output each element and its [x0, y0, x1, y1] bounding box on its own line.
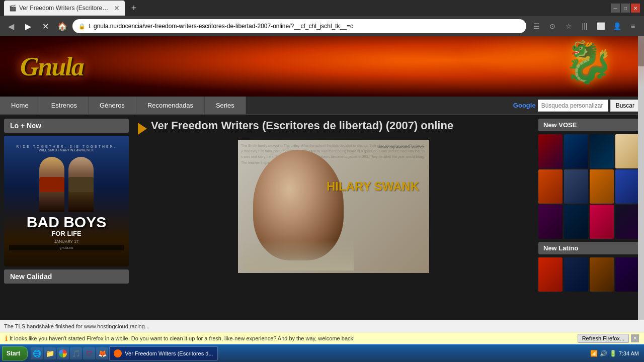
window-controls: ─ □ ✕ [611, 4, 640, 13]
latino-thumb-2[interactable] [564, 257, 588, 292]
poster-names: WILL SMITH MARTIN LAWRENCE [39, 148, 94, 152]
taskbar-folder-icon[interactable]: 📁 [44, 347, 56, 359]
tray-battery-icon[interactable]: 🔋 [609, 350, 617, 357]
page-title: Ver Freedom Writers (Escritores de liber… [151, 119, 453, 133]
vose-thumb-9[interactable] [538, 205, 562, 239]
tab-favicon: 🎬 [9, 5, 16, 12]
vose-thumb-3[interactable] [590, 134, 614, 168]
title-bar: 🎬 Ver Freedom Writers (Escritores d... ✕… [0, 0, 644, 16]
taskbar-mcafee-icon[interactable]: 🛡 [83, 347, 95, 359]
account-button[interactable]: 👤 [610, 19, 624, 33]
status-text: The TLS handshake finished for www.hosti… [4, 323, 640, 329]
vose-thumbnails-grid [538, 134, 640, 239]
vose-thumb-5[interactable] [538, 169, 562, 204]
lo-new-title: Lo + New [4, 119, 129, 133]
tray-network-icon[interactable]: 📶 [590, 350, 598, 357]
nav-estrenos[interactable]: Estrenos [40, 97, 89, 114]
vose-thumb-6[interactable] [564, 169, 588, 204]
notification-icon: ℹ [5, 334, 8, 342]
refresh-firefox-button[interactable]: Refresh Firefox... [578, 334, 629, 343]
latino-thumb-3[interactable] [590, 257, 614, 292]
poster-title: BAD BOYS [27, 215, 106, 230]
tab-close-btn[interactable]: ✕ [114, 4, 120, 12]
nav-series[interactable]: Series [205, 97, 246, 114]
forward-button[interactable]: ▶ [21, 19, 35, 33]
taskbar-app-title: Ver Freedom Writers (Escritores d... [125, 350, 213, 356]
right-sidebar: New VOSE New Latino [534, 115, 644, 320]
system-time[interactable]: 7:34 AM [619, 350, 639, 357]
site-banner: 🐉 Gnula [0, 36, 644, 97]
academy-award-text: Academy Award® Winner [378, 145, 424, 149]
taskbar-ie-icon[interactable]: 🌐 [31, 347, 43, 359]
vose-thumb-1[interactable] [538, 134, 562, 168]
nav-home[interactable]: Home [0, 97, 40, 114]
start-button[interactable]: Start [2, 346, 28, 360]
taskbar-media-icon[interactable]: 🎵 [70, 347, 82, 359]
latino-thumb-1[interactable] [538, 257, 562, 292]
bad-boys-poster[interactable]: RIDE TOGETHER. DIE TOGETHER. WILL SMITH … [4, 136, 129, 266]
search-input[interactable] [538, 100, 608, 112]
tray-volume-icon[interactable]: 🔊 [600, 350, 607, 357]
main-layout: Lo + New RIDE TOGETHER. DIE TOGETHER. WI… [0, 115, 644, 320]
synced-tabs-button[interactable]: ⬜ [594, 19, 608, 33]
vose-title: New VOSE [538, 119, 640, 131]
vose-thumb-4[interactable] [615, 134, 639, 168]
info-icon: ℹ [89, 23, 91, 30]
taskbar-firefox-icon[interactable]: 🦊 [96, 347, 108, 359]
maximize-button[interactable]: □ [621, 4, 630, 13]
menu-button[interactable]: ≡ [626, 19, 640, 33]
taskbar-app-firefox-icon [114, 349, 122, 357]
movie-poster-main[interactable]: The Smith family moved to The valley. Af… [238, 140, 429, 273]
url-bar: 🔒 ℹ [72, 19, 526, 33]
vose-thumb-11[interactable] [590, 205, 614, 239]
latino-thumbnails-grid [538, 257, 640, 292]
poster-subtitle: FOR LIFE [51, 230, 81, 237]
poster-face-silhouette [253, 150, 344, 260]
vose-thumb-8[interactable] [615, 169, 639, 204]
new-tab-button[interactable]: + [127, 1, 141, 15]
star-name: HILARY SWANK [327, 180, 419, 193]
bookmarks-library-button[interactable]: ||| [578, 19, 592, 33]
home-button[interactable]: 🏠 [55, 19, 69, 33]
content-header: Ver Freedom Writers (Escritores de liber… [138, 119, 529, 135]
taskbar-firefox-app[interactable]: Ver Freedom Writers (Escritores d... [109, 346, 217, 360]
arrow-indicator [138, 123, 147, 135]
latino-thumb-4[interactable] [615, 257, 639, 292]
tab-title: Ver Freedom Writers (Escritores d... [19, 5, 111, 12]
notification-bar: ℹ It looks like you haven't started Fire… [0, 332, 644, 344]
pocket-button[interactable]: ⊙ [545, 19, 559, 33]
vose-thumb-2[interactable] [564, 134, 588, 168]
latino-title: New Latino [538, 242, 640, 254]
status-bar: The TLS handshake finished for www.hosti… [0, 320, 644, 332]
close-button[interactable]: ✕ [631, 4, 640, 13]
page-content: 🐉 Gnula Home Estrenos Géneros Recomendad… [0, 36, 644, 320]
system-tray: 📶 🔊 🔋 7:34 AM [587, 350, 642, 357]
notification-close-button[interactable]: ✕ [631, 334, 639, 342]
nav-recomendadas[interactable]: Recomendadas [136, 97, 205, 114]
taskbar-chrome-icon[interactable] [57, 347, 69, 359]
vose-thumb-12[interactable] [615, 205, 639, 239]
taskbar: Start 🌐 📁 🎵 🛡 🦊 Ver Freedom Writers (Esc… [0, 344, 644, 362]
back-button[interactable]: ◀ [4, 19, 18, 33]
address-input[interactable] [94, 23, 520, 30]
notification-text: It looks like you haven't started Firefo… [10, 335, 576, 341]
vose-thumb-7[interactable] [590, 169, 614, 204]
search-area: Google Buscar [513, 100, 644, 112]
google-label: Google [513, 102, 536, 109]
center-content: Ver Freedom Writers (Escritores de liber… [133, 115, 534, 320]
nav-generos[interactable]: Géneros [89, 97, 136, 114]
left-sidebar: Lo + New RIDE TOGETHER. DIE TOGETHER. WI… [0, 115, 133, 320]
new-calidad-title: New Calidad [4, 269, 129, 284]
toolbar-icons: ☰ ⊙ ☆ ||| ⬜ 👤 ≡ [529, 19, 640, 33]
bookmark-button[interactable]: ☆ [561, 19, 576, 33]
security-icon: 🔒 [78, 23, 86, 30]
nav-bar: Home Estrenos Géneros Recomendadas Serie… [0, 97, 644, 115]
browser-tab[interactable]: 🎬 Ver Freedom Writers (Escritores d... ✕ [4, 1, 125, 16]
movie-poster-container: The Smith family moved to The valley. Af… [138, 140, 529, 273]
vose-thumb-10[interactable] [564, 205, 588, 239]
minimize-button[interactable]: ─ [611, 4, 620, 13]
reload-button[interactable]: ✕ [38, 19, 52, 33]
search-button[interactable]: Buscar [610, 100, 640, 112]
site-logo: Gnula [0, 52, 84, 81]
reader-view-button[interactable]: ☰ [529, 19, 543, 33]
